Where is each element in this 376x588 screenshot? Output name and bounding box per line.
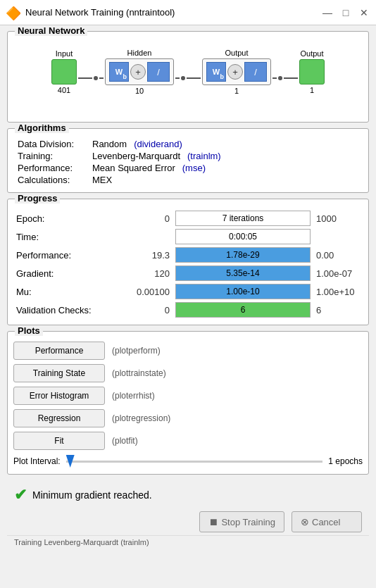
perf-label: Performance: [13, 246, 130, 264]
algo-key-0: Data Division: [18, 139, 88, 149]
output-node-num: 1 [310, 86, 314, 94]
close-button[interactable]: ✕ [358, 6, 370, 19]
window-title: Neural Network Training (nntraintool) [25, 7, 321, 18]
grad-bar: 5.35e-14 [173, 264, 313, 282]
epoch-label: Epoch: [13, 209, 130, 227]
plot-row-regression: Regression (plotregression) [13, 409, 363, 427]
algo-link-2[interactable]: (mse) [182, 163, 206, 173]
plot-slider-area [66, 454, 323, 468]
plot-slider-thumb[interactable] [66, 455, 75, 468]
regression-button[interactable]: Regression [13, 409, 105, 427]
hidden-w-block: W b [109, 62, 129, 82]
title-bar: 🔶 Neural Network Training (nntraintool) … [0, 0, 376, 25]
output-layer-num: 1 [234, 87, 239, 95]
output-plus: + [227, 64, 243, 80]
output-inner: W b + / [202, 58, 271, 85]
time-label: Time: [13, 227, 130, 246]
algorithms-label: Algorithms [15, 123, 69, 133]
hidden-plus: + [130, 64, 146, 80]
algo-row-3: Calculations: MEX [18, 175, 363, 185]
algo-val-3: MEX [92, 175, 112, 185]
plot-epoch-label: 1 epochs [328, 456, 363, 466]
performance-tag: (plotperform) [112, 346, 161, 356]
main-content: Neural Network Input 401 Hidden W [0, 25, 376, 588]
error-histogram-tag: (ploterrhist) [112, 391, 155, 401]
time-right [313, 227, 363, 246]
plot-interval-label: Plot Interval: [13, 456, 61, 466]
footer-text: Training Levenberg-Marquardt (trainlm) [14, 538, 149, 546]
grad-bar-fill: 5.35e-14 [176, 266, 310, 280]
hidden-label: Hidden [127, 49, 152, 57]
mu-right: 1.00e+10 [313, 282, 363, 301]
training-state-button[interactable]: Training State [13, 364, 105, 382]
progress-row-time: Time: 0:00:05 [13, 227, 363, 246]
cancel-icon: ⊗ [301, 516, 309, 527]
arrow2 [175, 65, 201, 91]
status-row: ✔ Minimum gradient reached. [7, 480, 369, 507]
perf-bar-container: 1.78e-29 [175, 247, 311, 263]
progress-table: Epoch: 0 7 iterations 1000 Time: 0:00:05… [13, 209, 363, 319]
time-left [130, 227, 173, 246]
bottom-bar: ⏹ Stop Training ⊗ Cancel [7, 507, 369, 532]
performance-button[interactable]: Performance [13, 342, 105, 360]
algo-row-0: Data Division: Random (dividerand) [18, 139, 363, 149]
output-node-label: Output [300, 49, 323, 58]
window-controls: — □ ✕ [321, 6, 370, 19]
stop-training-button[interactable]: ⏹ Stop Training [199, 511, 284, 532]
progress-row-performance: Performance: 19.3 1.78e-29 0.00 [13, 246, 363, 264]
error-histogram-button[interactable]: Error Histogram [13, 387, 105, 405]
val-label: Validation Checks: [13, 301, 130, 319]
training-state-tag: (plottrainstate) [112, 368, 166, 378]
perf-bar: 1.78e-29 [173, 246, 313, 264]
cancel-button[interactable]: ⊗ Cancel [292, 511, 362, 532]
regression-tag: (plotregression) [112, 413, 170, 423]
mu-bar-fill: 1.00e-10 [176, 284, 310, 299]
algo-val-2: Mean Squared Error [92, 163, 175, 173]
arrow1 [78, 65, 104, 91]
progress-row-mu: Mu: 0.00100 1.00e-10 1.00e+10 [13, 282, 363, 301]
algo-key-2: Performance: [18, 163, 88, 173]
plot-slider-track [66, 461, 323, 463]
time-bar: 0:00:05 [173, 227, 313, 246]
mu-bar: 1.00e-10 [173, 282, 313, 301]
minimize-button[interactable]: — [321, 6, 334, 19]
algorithms-section: Algorithms Data Division: Random (divide… [7, 128, 369, 193]
output-layer: Output W b + / 1 [202, 49, 271, 95]
training-footer: Training Levenberg-Marquardt (trainlm) [7, 535, 369, 549]
matlab-icon: 🔶 [6, 6, 20, 20]
nn-diagram: Input 401 Hidden W b + / [13, 49, 363, 95]
val-left: 0 [130, 301, 173, 319]
algo-link-0[interactable]: (dividerand) [134, 139, 182, 149]
grad-left: 120 [130, 264, 173, 282]
input-box [51, 59, 77, 85]
arrow3 [272, 65, 298, 91]
algo-key-3: Calculations: [18, 175, 88, 185]
stop-training-label: Stop Training [221, 517, 275, 527]
input-label: Input [56, 49, 73, 58]
neural-network-label: Neural Network [15, 25, 87, 36]
plot-row-training-state: Training State (plottrainstate) [13, 364, 363, 382]
restore-button[interactable]: □ [339, 6, 352, 19]
output-sigmoid: / [244, 62, 267, 82]
status-text: Minimum gradient reached. [32, 489, 152, 501]
cancel-label: Cancel [312, 517, 340, 527]
algo-val-1: Levenberg-Marquardt [92, 151, 180, 161]
progress-section: Progress Epoch: 0 7 iterations 1000 Time… [7, 199, 369, 325]
grad-label: Gradient: [13, 264, 130, 282]
fit-button[interactable]: Fit [13, 432, 105, 450]
neural-network-section: Neural Network Input 401 Hidden W [7, 31, 369, 123]
status-checkmark: ✔ [14, 486, 27, 504]
input-num: 401 [58, 86, 70, 94]
mu-label: Mu: [13, 282, 130, 301]
algo-val-0: Random [92, 139, 127, 149]
hidden-num: 10 [135, 87, 144, 95]
val-right: 6 [313, 301, 363, 319]
perf-right: 0.00 [313, 246, 363, 264]
plot-row-fit: Fit (plotfit) [13, 432, 363, 450]
plot-interval-row: Plot Interval: 1 epochs [13, 454, 363, 468]
algo-link-1[interactable]: (trainlm) [187, 151, 221, 161]
algo-row-1: Training: Levenberg-Marquardt (trainlm) [18, 151, 363, 161]
stop-icon: ⏹ [208, 516, 218, 527]
hidden-inner: W b + / [105, 58, 174, 85]
output-node: Output 1 [299, 49, 325, 94]
